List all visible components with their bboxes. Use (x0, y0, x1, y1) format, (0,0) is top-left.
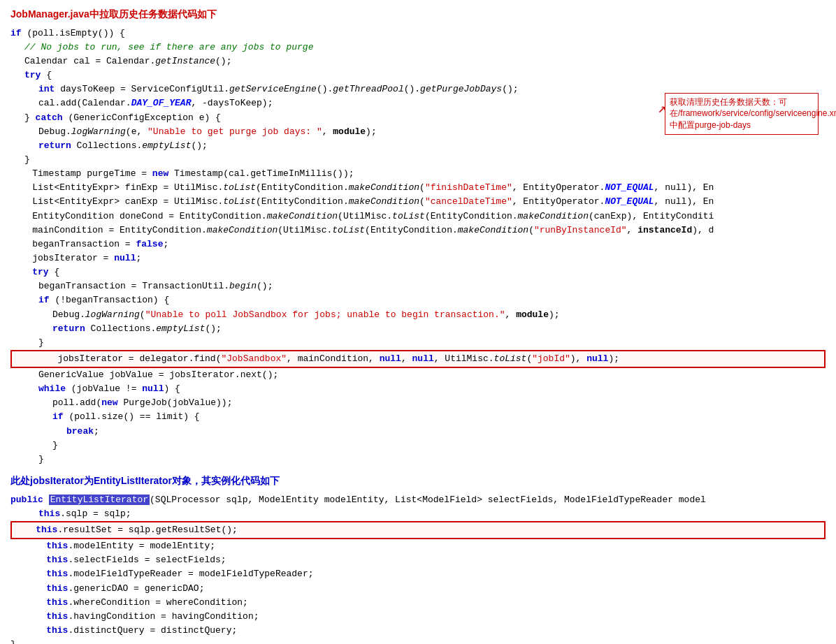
code-line-22: return Collections.emptyList(); (10, 322, 826, 336)
code-line-15: mainCondition = EntityCondition.makeCond… (10, 224, 826, 237)
code2-line-11: } (10, 638, 826, 644)
code-line-27: poll.add(new PurgeJob(jobValue)); (10, 396, 826, 410)
code-block-2: public EntityListIterator(SQLProcessor s… (10, 493, 826, 644)
code-line-19: beganTransaction = TransactionUtil.begin… (10, 279, 826, 293)
code2-line-4: this.modelEntity = modelEntity; (10, 539, 826, 553)
code2-line-10: this.distinctQuery = distinctQuery; (10, 624, 826, 638)
code-line-4: try { (10, 68, 826, 82)
section2-title-text: 此处jobsIterator为EntityListIterator对象，其实例化… (10, 475, 280, 486)
code-line-29: break; (10, 425, 826, 439)
code2-line-6: this.modelFieldTypeReader = modelFieldTy… (10, 567, 826, 581)
code-line-11: Timestamp purgeTime = new Timestamp(cal.… (10, 167, 826, 181)
code-line-13: List<EntityExpr> canExp = UtilMisc.toLis… (10, 195, 826, 209)
code2-line-8: this.whereCondition = whereCondition; (10, 596, 826, 610)
code-line-17: jobsIterator = null; (10, 251, 826, 265)
code2-line-2: this.sqlp = sqlp; (10, 507, 826, 521)
code-line-28: if (poll.size() == limit) { (10, 410, 826, 424)
page-container: JobManager.java中拉取历史任务数据代码如下 if (poll.is… (10, 7, 826, 644)
code-line-18: try { (10, 265, 826, 279)
code2-line-7: this.genericDAO = genericDAO; (10, 582, 826, 596)
highlighted-resultset-line: this.resultSet = sqlp.getResultSet(); (10, 521, 826, 539)
highlighted-class-name: EntityListIterator (49, 495, 150, 505)
code2-line-9: this.havingCondition = havingCondition; (10, 610, 826, 624)
code-line-21: Debug.logWarning("Unable to poll JobSand… (10, 308, 826, 322)
section2-title: 此处jobsIterator为EntityListIterator对象，其实例化… (10, 474, 826, 489)
code-line-30: } (10, 439, 826, 453)
highlighted-jobs-iterator-line: jobsIterator = delegator.find("JobSandbo… (10, 350, 826, 368)
code-line-26: while (jobValue != null) { (10, 382, 826, 396)
code-line-31: } (10, 453, 826, 467)
code-line-20: if (!beganTransaction) { (10, 293, 826, 307)
code-line-2: // No jobs to run, see if there are any … (10, 41, 826, 54)
code-line-3: Calendar cal = Calendar.getInstance(); (10, 54, 826, 68)
section1-title: JobManager.java中拉取历史任务数据代码如下 (10, 7, 826, 22)
code-block-1: if (poll.isEmpty()) { // No jobs to run,… (10, 27, 826, 467)
code-line-9: return Collections.emptyList(); (10, 139, 826, 153)
code-line-23: } (10, 336, 826, 350)
arrow-icon: ↗ (658, 98, 666, 119)
code-line-25: GenericValue jobValue = jobsIterator.nex… (10, 368, 826, 382)
code2-line-5: this.selectFields = selectFields; (10, 553, 826, 567)
code2-line-1: public EntityListIterator(SQLProcessor s… (10, 493, 826, 507)
code-line-10: } (10, 153, 826, 167)
annotation-box: 获取清理历史任务数据天数：可在/framework/service/config… (665, 93, 819, 135)
code-line-16: beganTransaction = false; (10, 237, 826, 251)
code-line-14: EntityCondition doneCond = EntityConditi… (10, 210, 826, 224)
code-line-1: if (poll.isEmpty()) { (10, 27, 826, 41)
code-line-12: List<EntityExpr> finExp = UtilMisc.toLis… (10, 181, 826, 195)
